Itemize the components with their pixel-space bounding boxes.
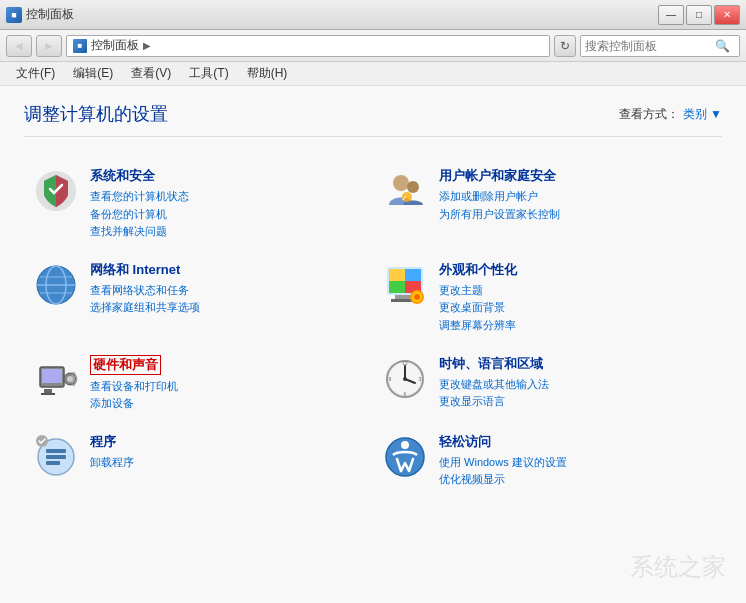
ease-access-text: 轻松访问 使用 Windows 建议的设置 优化视频显示	[439, 433, 714, 489]
network-sub2[interactable]: 选择家庭组和共享选项	[90, 299, 365, 317]
hardware-sound-title[interactable]: 硬件和声音	[90, 355, 161, 375]
system-security-sub3[interactable]: 查找并解决问题	[90, 223, 365, 241]
forward-button[interactable]: ►	[36, 35, 62, 57]
network-text: 网络和 Internet 查看网络状态和任务 选择家庭组和共享选项	[90, 261, 365, 317]
svg-point-26	[67, 376, 73, 382]
svg-rect-24	[41, 393, 55, 395]
cp-item-hardware-sound[interactable]: 硬件和声音 查看设备和打印机 添加设备	[24, 345, 373, 423]
svg-point-1	[393, 175, 409, 191]
maximize-button[interactable]: □	[686, 5, 712, 25]
page-title: 调整计算机的设置	[24, 102, 168, 126]
clock-language-icon: 12 3 6 9	[381, 355, 429, 403]
minimize-button[interactable]: —	[658, 5, 684, 25]
hardware-sound-sub1[interactable]: 查看设备和打印机	[90, 378, 365, 396]
path-text: 控制面板	[91, 37, 139, 54]
appearance-sub2[interactable]: 更改桌面背景	[439, 299, 714, 317]
ease-access-title[interactable]: 轻松访问	[439, 433, 714, 451]
view-label: 查看方式：	[619, 106, 679, 123]
search-bar[interactable]: 🔍	[580, 35, 740, 57]
svg-rect-12	[389, 269, 405, 281]
cp-item-programs[interactable]: 程序 卸载程序	[24, 423, 373, 499]
user-accounts-sub1[interactable]: 添加或删除用户帐户	[439, 188, 714, 206]
ease-access-sub2[interactable]: 优化视频显示	[439, 471, 714, 489]
svg-rect-39	[46, 461, 60, 465]
programs-title[interactable]: 程序	[90, 433, 365, 451]
title-bar: ■ 控制面板 — □ ✕	[0, 0, 746, 30]
svg-text:✓: ✓	[401, 194, 408, 203]
appearance-icon	[381, 261, 429, 309]
svg-text:6: 6	[404, 391, 407, 397]
control-panel-grid: 系统和安全 查看您的计算机状态 备份您的计算机 查找并解决问题 ✓ 用户帐户和家…	[24, 157, 722, 499]
svg-text:9: 9	[389, 376, 392, 382]
hardware-sound-icon	[32, 355, 80, 403]
hardware-sound-text: 硬件和声音 查看设备和打印机 添加设备	[90, 355, 365, 413]
search-input[interactable]	[585, 39, 715, 53]
svg-text:3: 3	[419, 376, 422, 382]
menu-tools[interactable]: 工具(T)	[181, 63, 236, 84]
user-accounts-text: 用户帐户和家庭安全 添加或删除用户帐户 为所有用户设置家长控制	[439, 167, 714, 223]
system-security-text: 系统和安全 查看您的计算机状态 备份您的计算机 查找并解决问题	[90, 167, 365, 241]
menu-edit[interactable]: 编辑(E)	[65, 63, 121, 84]
network-sub1[interactable]: 查看网络状态和任务	[90, 282, 365, 300]
cp-item-ease-access[interactable]: 轻松访问 使用 Windows 建议的设置 优化视频显示	[373, 423, 722, 499]
menu-help[interactable]: 帮助(H)	[239, 63, 296, 84]
appearance-sub1[interactable]: 更改主题	[439, 282, 714, 300]
network-icon	[32, 261, 80, 309]
programs-sub1[interactable]: 卸载程序	[90, 454, 365, 472]
close-button[interactable]: ✕	[714, 5, 740, 25]
programs-text: 程序 卸载程序	[90, 433, 365, 472]
system-security-icon	[32, 167, 80, 215]
user-accounts-icon: ✓	[381, 167, 429, 215]
svg-rect-38	[46, 455, 66, 459]
network-title[interactable]: 网络和 Internet	[90, 261, 365, 279]
clock-language-sub2[interactable]: 更改显示语言	[439, 393, 714, 411]
user-accounts-sub2[interactable]: 为所有用户设置家长控制	[439, 206, 714, 224]
svg-rect-23	[44, 389, 52, 393]
clock-language-sub1[interactable]: 更改键盘或其他输入法	[439, 376, 714, 394]
menu-view[interactable]: 查看(V)	[123, 63, 179, 84]
user-accounts-title[interactable]: 用户帐户和家庭安全	[439, 167, 714, 185]
svg-point-2	[407, 181, 419, 193]
address-bar[interactable]: ■ 控制面板 ▶	[66, 35, 550, 57]
title-bar-left: ■ 控制面板	[6, 6, 74, 23]
svg-rect-14	[389, 281, 405, 293]
appearance-sub3[interactable]: 调整屏幕分辨率	[439, 317, 714, 335]
title-text: 控制面板	[26, 6, 74, 23]
cp-item-user-accounts[interactable]: ✓ 用户帐户和家庭安全 添加或删除用户帐户 为所有用户设置家长控制	[373, 157, 722, 251]
appearance-text: 外观和个性化 更改主题 更改桌面背景 调整屏幕分辨率	[439, 261, 714, 335]
page-header: 调整计算机的设置 查看方式： 类别 ▼	[24, 102, 722, 137]
hardware-sound-sub2[interactable]: 添加设备	[90, 395, 365, 413]
path-arrow: ▶	[143, 40, 151, 51]
ease-access-sub1[interactable]: 使用 Windows 建议的设置	[439, 454, 714, 472]
system-security-title[interactable]: 系统和安全	[90, 167, 365, 185]
svg-text:12: 12	[402, 360, 408, 366]
menu-bar: 文件(F) 编辑(E) 查看(V) 工具(T) 帮助(H)	[0, 62, 746, 86]
svg-rect-13	[405, 269, 421, 281]
ease-access-icon	[381, 433, 429, 481]
appearance-title[interactable]: 外观和个性化	[439, 261, 714, 279]
back-button[interactable]: ◄	[6, 35, 32, 57]
svg-point-20	[414, 294, 420, 300]
programs-icon	[32, 433, 80, 481]
system-security-sub2[interactable]: 备份您的计算机	[90, 206, 365, 224]
clock-language-text: 时钟、语言和区域 更改键盘或其他输入法 更改显示语言	[439, 355, 714, 411]
svg-point-42	[401, 441, 409, 449]
view-mode-button[interactable]: 类别 ▼	[683, 106, 722, 123]
main-content: 调整计算机的设置 查看方式： 类别 ▼ 系统和安全 查看您的计算机状态 备份您	[0, 86, 746, 603]
cp-item-network[interactable]: 网络和 Internet 查看网络状态和任务 选择家庭组和共享选项	[24, 251, 373, 345]
view-mode-selector: 查看方式： 类别 ▼	[619, 106, 722, 123]
path-icon: ■	[73, 39, 87, 53]
svg-point-31	[403, 377, 407, 381]
title-controls: — □ ✕	[658, 5, 740, 25]
search-icon[interactable]: 🔍	[715, 39, 730, 53]
cp-item-appearance[interactable]: 外观和个性化 更改主题 更改桌面背景 调整屏幕分辨率	[373, 251, 722, 345]
svg-rect-22	[42, 369, 62, 383]
cp-item-clock-language[interactable]: 12 3 6 9 时钟、语言和区域 更改键盘或其他输入法 更改显示语言	[373, 345, 722, 423]
app-icon: ■	[6, 7, 22, 23]
menu-file[interactable]: 文件(F)	[8, 63, 63, 84]
system-security-sub1[interactable]: 查看您的计算机状态	[90, 188, 365, 206]
svg-rect-37	[46, 449, 66, 453]
clock-language-title[interactable]: 时钟、语言和区域	[439, 355, 714, 373]
refresh-button[interactable]: ↻	[554, 35, 576, 57]
cp-item-system-security[interactable]: 系统和安全 查看您的计算机状态 备份您的计算机 查找并解决问题	[24, 157, 373, 251]
